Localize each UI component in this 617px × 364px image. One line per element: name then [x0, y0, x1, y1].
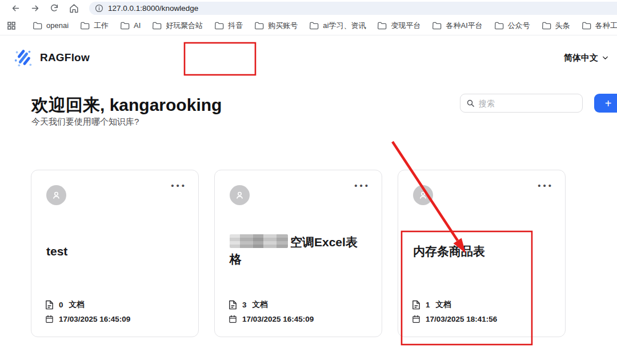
- doc-count-row: 0 文档: [45, 299, 130, 310]
- create-knowledge-base-button[interactable]: +: [594, 94, 617, 113]
- card-more-button[interactable]: •••: [171, 181, 187, 190]
- knowledge-card-test[interactable]: ••• test 0 文档 17/03/2025 16:45:09: [31, 170, 199, 337]
- bookmark-folder[interactable]: ai学习、资讯: [310, 21, 366, 31]
- user-icon: [418, 190, 428, 201]
- avatar: [230, 185, 250, 205]
- knowledge-card-excel[interactable]: ••• 空调Excel表格 3 文档 17/03/2025 16:45:09: [214, 170, 382, 337]
- bookmark-folder[interactable]: 变现平台: [378, 21, 420, 31]
- bookmarks-bar: openai 工作 AI 好玩聚合站 抖音 购买账号 ai学习、资讯 变现平台 …: [0, 16, 617, 35]
- bookmark-folder[interactable]: openai: [33, 21, 69, 30]
- card-title: test: [46, 243, 185, 260]
- card-more-button[interactable]: •••: [354, 181, 370, 190]
- avatar: [413, 185, 433, 205]
- date-row: 17/03/2025 16:45:09: [229, 314, 314, 323]
- chevron-down-icon: [602, 54, 609, 62]
- card-meta: 1 文档 17/03/2025 18:41:56: [412, 299, 497, 323]
- language-selector[interactable]: 简体中文: [564, 53, 609, 63]
- user-icon: [234, 190, 245, 201]
- calendar-icon: [229, 314, 237, 323]
- page-title: 欢迎回来, kangarooking: [31, 94, 222, 117]
- brand[interactable]: RAGFlow: [13, 47, 90, 69]
- document-icon: [229, 300, 237, 310]
- card-title: 内存条商品表: [413, 243, 551, 260]
- card-meta: 3 文档 17/03/2025 16:45:09: [229, 299, 314, 323]
- bookmark-folder[interactable]: 好玩聚合站: [153, 21, 203, 31]
- calendar-icon: [412, 314, 420, 323]
- address-bar[interactable]: 127.0.0.1:8000/knowledge: [89, 2, 617, 15]
- home-icon[interactable]: [64, 3, 83, 13]
- user-icon: [51, 190, 62, 201]
- forward-icon[interactable]: [25, 3, 45, 13]
- site-info-icon[interactable]: [95, 4, 103, 13]
- knowledge-page: 欢迎回来, kangarooking 今天我们要使用哪个知识库? + ••• t…: [0, 80, 617, 364]
- card-title: 空调Excel表格: [230, 234, 368, 268]
- url-text: 127.0.0.1:8000/knowledge: [108, 4, 198, 13]
- bookmark-folder[interactable]: AI: [121, 21, 141, 30]
- document-icon: [45, 300, 54, 310]
- knowledge-card-memory[interactable]: ••• 内存条商品表 1 文档 17/03/2025 18:41:56: [398, 170, 566, 337]
- date-row: 17/03/2025 16:45:09: [45, 314, 130, 323]
- browser-toolbar: 127.0.0.1:8000/knowledge: [0, 0, 617, 16]
- avatar: [46, 185, 66, 205]
- bookmark-folder[interactable]: 抖音: [215, 21, 243, 31]
- apps-grid-icon[interactable]: [7, 21, 16, 30]
- refresh-icon[interactable]: [45, 3, 64, 13]
- bookmark-folder[interactable]: 各种AI平台: [432, 21, 482, 31]
- back-icon[interactable]: [6, 3, 25, 13]
- page-subtitle: 今天我们要使用哪个知识库?: [31, 117, 139, 127]
- document-icon: [412, 300, 420, 310]
- bookmark-folder[interactable]: 公众号: [495, 21, 530, 31]
- app-header: RAGFlow 知识库 聊天 搜索 Agent 文件管理 简体中文: [0, 35, 617, 80]
- card-meta: 0 文档 17/03/2025 16:45:09: [45, 299, 130, 323]
- bookmark-folder[interactable]: 工作: [81, 21, 109, 31]
- doc-count-row: 1 文档: [412, 299, 497, 310]
- bookmark-folder[interactable]: 各种工具: [582, 21, 617, 31]
- search-input[interactable]: [479, 99, 564, 108]
- search-icon: [466, 99, 475, 107]
- knowledge-card-list: ••• test 0 文档 17/03/2025 16:45:09 ••• 空调…: [31, 170, 566, 337]
- date-row: 17/03/2025 18:41:56: [412, 314, 497, 323]
- brand-name: RAGFlow: [40, 51, 90, 64]
- bookmark-folder[interactable]: 头条: [542, 21, 570, 31]
- knowledge-search-box[interactable]: [460, 94, 583, 113]
- bookmark-folder[interactable]: 购买账号: [255, 21, 298, 31]
- redacted-text-block: [230, 234, 288, 248]
- ragflow-logo-icon: [13, 47, 34, 69]
- card-more-button[interactable]: •••: [538, 181, 554, 190]
- doc-count-row: 3 文档: [229, 299, 314, 310]
- calendar-icon: [45, 314, 54, 323]
